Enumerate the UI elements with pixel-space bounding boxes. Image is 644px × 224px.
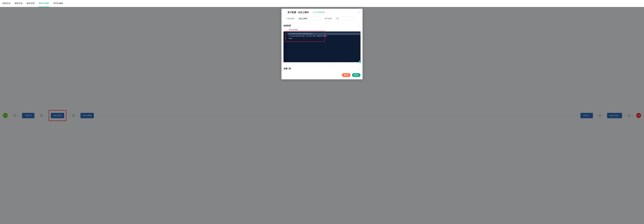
modal-title: 原子配置 - 自定义脚本 xyxy=(288,11,309,14)
tab-param-info[interactable]: 参数信息 xyxy=(14,0,22,7)
atom-version-select[interactable]: V2 xyxy=(335,17,354,21)
help-icon[interactable]: ? xyxy=(359,60,361,63)
quality-gate-title: 质量门禁 xyxy=(284,67,291,70)
stage-code-security[interactable]: 码安全... xyxy=(580,113,593,118)
modal-header: 〈 原子配置 - 自定义脚本 ⓘ 原子使用说明 ✕ xyxy=(282,9,362,16)
stage-easyone-push[interactable]: EasyOne推... xyxy=(607,113,622,118)
add-node-button[interactable]: + xyxy=(13,114,16,117)
add-node-button[interactable]: + xyxy=(72,114,75,117)
param-section-title: 参数配置 xyxy=(284,24,291,27)
chevron-down-icon: ⌄ xyxy=(359,68,360,70)
stage-download-code[interactable]: 下载代码 xyxy=(22,113,34,118)
atom-config-modal: 〈 原子配置 - 自定义脚本 ⓘ 原子使用说明 ✕ 任务名称： 原子版本： V2… xyxy=(282,9,362,79)
chevron-down-icon: ⌄ xyxy=(359,25,360,27)
tab-graphical-edit[interactable]: 图形化编辑 xyxy=(39,0,49,7)
add-node-button[interactable]: + xyxy=(598,114,602,117)
code-gutter: 123 xyxy=(284,32,287,62)
stage-maven-build[interactable]: Maven构建 xyxy=(80,113,94,118)
code-content[interactable]: # 支持shell语言代码的多行输入 cd ${globalParams.sys… xyxy=(287,32,360,62)
shell-code-editor[interactable]: 123 # 支持shell语言代码的多行输入 cd ${globalParams… xyxy=(284,32,360,62)
confirm-button[interactable]: 确 定 xyxy=(352,73,360,77)
stage-highlight: 自定义脚本 xyxy=(49,110,66,121)
shell-code-label: Shell代码块 xyxy=(282,28,362,32)
form-row: 任务名称： 原子版本： V2 xyxy=(282,16,362,23)
task-name-label: 任务名称： xyxy=(286,17,296,20)
task-name-input[interactable] xyxy=(297,17,320,21)
atom-version-label: 原子版本： xyxy=(324,17,334,20)
add-node-button[interactable]: + xyxy=(40,114,43,117)
param-section-header[interactable]: 参数配置 ⌄ xyxy=(282,23,362,28)
quality-gate-section-header[interactable]: 质量门禁 ⌄ xyxy=(282,66,362,71)
end-node[interactable]: 结束 xyxy=(636,113,641,118)
back-icon[interactable]: 〈 xyxy=(284,11,286,14)
tab-trigger-settings[interactable]: 触发设置 xyxy=(27,0,35,7)
close-icon[interactable]: ✕ xyxy=(358,11,360,14)
tab-basic-info[interactable]: 基础信息 xyxy=(2,0,10,7)
modal-footer: 删 除 确 定 xyxy=(282,71,362,78)
usage-help-link[interactable]: ⓘ 原子使用说明 xyxy=(312,11,324,14)
delete-button[interactable]: 删 除 xyxy=(342,73,350,77)
top-tabs: 基础信息 参数信息 触发设置 图形化编辑 代码化编辑 xyxy=(0,0,644,7)
usage-help-label: 原子使用说明 xyxy=(314,11,324,14)
info-icon: ⓘ xyxy=(312,11,314,14)
start-node[interactable]: 开始 xyxy=(3,113,8,118)
stage-custom-script[interactable]: 自定义脚本 xyxy=(51,113,64,118)
tab-code-edit[interactable]: 代码化编辑 xyxy=(53,0,63,7)
add-node-button[interactable]: + xyxy=(628,114,631,117)
